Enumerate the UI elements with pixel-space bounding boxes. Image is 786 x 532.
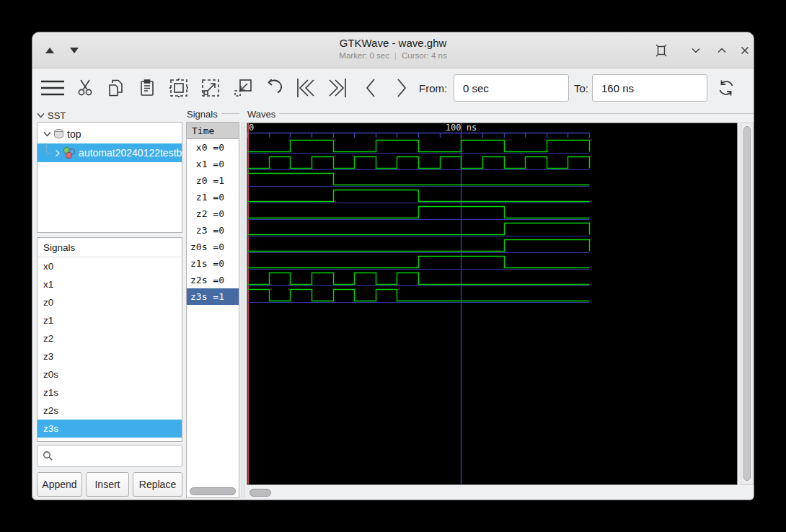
waves-hscrollbar-thumb[interactable] (250, 489, 271, 497)
list-item[interactable]: z0s (37, 365, 182, 384)
zoom-fit-button[interactable] (165, 74, 193, 102)
chevron-right-icon (395, 78, 408, 98)
values-panel: Time x0 =0 x1 =0 z0 =1 z1 =0 z2 =0 z3 =0… (186, 122, 239, 498)
tree-item-label: top (67, 128, 81, 140)
cut-button[interactable] (71, 74, 99, 102)
waveform-plot: 0100 ns (247, 123, 737, 484)
search-input[interactable] (53, 445, 182, 466)
replace-button[interactable]: Replace (133, 472, 182, 497)
list-item[interactable]: z2s (37, 402, 182, 420)
zoom-out-button[interactable] (229, 74, 257, 102)
copy-button[interactable] (102, 74, 130, 102)
value-row[interactable]: z2s =0 (187, 272, 239, 288)
titlebar: GTKWave - wave.ghw Marker: 0 sec|Cursor:… (32, 32, 754, 68)
value-row[interactable]: z1 =0 (187, 189, 239, 205)
status-separator: | (394, 51, 397, 60)
reload-button[interactable] (712, 74, 740, 102)
to-input[interactable] (592, 74, 707, 102)
chevron-down-icon (691, 45, 701, 56)
expander-right-icon[interactable] (55, 149, 61, 157)
fit-window-button[interactable] (653, 42, 670, 59)
waves-frame-label: Waves (247, 109, 275, 120)
value-row[interactable]: z0s =0 (187, 239, 239, 255)
list-item[interactable]: z1s (37, 384, 182, 402)
toolbar: From: To: (32, 68, 754, 107)
signal-search[interactable] (37, 445, 182, 467)
tree-item-top[interactable]: top (37, 125, 182, 143)
shift-right-button[interactable] (388, 74, 415, 102)
list-item[interactable]: z3s (37, 420, 182, 438)
signals-list-header: Signals (37, 238, 182, 257)
list-item[interactable]: z1 (37, 311, 182, 329)
paste-icon (140, 79, 154, 97)
expander-down-icon[interactable] (43, 131, 51, 137)
maximize-button[interactable] (713, 42, 730, 59)
svg-text:100 ns: 100 ns (446, 123, 477, 133)
close-button[interactable] (736, 42, 754, 59)
frame-line (221, 113, 239, 114)
chevron-up-icon (717, 45, 727, 56)
paste-button[interactable] (133, 74, 161, 102)
list-item[interactable]: z0 (37, 293, 182, 311)
menu-button[interactable] (39, 74, 66, 102)
signals-list: Signals x0x1z0z1z2z3z0sz1sz2sz3s (37, 237, 182, 442)
list-item[interactable]: x0 (37, 257, 182, 275)
zoom-in-icon (201, 79, 220, 97)
wave-canvas[interactable]: 0100 ns (247, 123, 738, 485)
value-row[interactable]: x1 =0 (187, 156, 239, 172)
tree-connector (46, 145, 53, 154)
value-row[interactable]: z1s =0 (187, 255, 239, 272)
insert-button[interactable]: Insert (86, 472, 129, 497)
skip-end-icon (328, 78, 347, 98)
chevron-left-icon (364, 78, 377, 98)
tree-item-testbench[interactable]: automat20240122testbe (37, 143, 182, 162)
copy-icon (108, 79, 124, 97)
from-input[interactable] (454, 74, 569, 102)
values-hscrollbar-thumb[interactable] (190, 487, 236, 495)
zoom-out-icon (234, 79, 252, 97)
append-button[interactable]: Append (37, 472, 82, 497)
value-row[interactable]: z0 =1 (187, 172, 239, 189)
gtkwave-window: GTKWave - wave.ghw Marker: 0 sec|Cursor:… (32, 32, 754, 500)
search-icon (43, 451, 53, 461)
module-icon (54, 129, 63, 140)
value-row[interactable]: z3 =0 (187, 222, 239, 239)
values-frame-label: Signals (187, 109, 218, 120)
undo-button[interactable] (260, 74, 288, 102)
skip-to-end-button[interactable] (324, 74, 351, 102)
value-row[interactable]: x0 =0 (187, 139, 239, 156)
waves-vscrollbar-thumb[interactable] (743, 126, 751, 481)
time-header[interactable]: Time (187, 123, 239, 139)
list-item[interactable]: z2 (37, 329, 182, 347)
fit-window-icon (655, 44, 668, 57)
list-item[interactable]: z3 (37, 347, 182, 365)
value-row[interactable]: z2 =0 (187, 205, 239, 222)
pane-splitter[interactable] (242, 122, 244, 498)
sst-header[interactable]: SST (37, 109, 66, 122)
waves-vscrollbar[interactable] (741, 123, 754, 485)
marker-status: Marker: 0 sec (339, 51, 389, 60)
close-icon (740, 45, 750, 56)
zoom-in-button[interactable] (197, 74, 224, 102)
undo-icon (264, 79, 284, 97)
window-title: GTKWave - wave.ghw (32, 37, 754, 49)
tree-item-label: automat20240122testbe (79, 147, 182, 159)
list-item[interactable]: x1 (37, 275, 182, 293)
value-row[interactable]: z3s =1 (187, 288, 239, 305)
skip-to-start-button[interactable] (292, 74, 319, 102)
shift-left-button[interactable] (357, 74, 384, 102)
scissors-icon (77, 79, 93, 97)
entity-icon (63, 147, 76, 159)
svg-text:0: 0 (249, 123, 254, 133)
reload-icon (717, 79, 736, 97)
expander-down-icon (37, 112, 45, 118)
frame-line (279, 113, 754, 114)
from-label: From: (419, 82, 447, 94)
cursor-status: Cursor: 4 ns (402, 51, 447, 60)
sst-tree: top automat20240122testbe (37, 122, 182, 233)
hamburger-icon (41, 80, 64, 96)
minimize-button[interactable] (687, 42, 705, 59)
sst-label: SST (48, 110, 66, 121)
skip-start-icon (296, 78, 315, 98)
status-line: Marker: 0 sec|Cursor: 4 ns (32, 51, 754, 60)
